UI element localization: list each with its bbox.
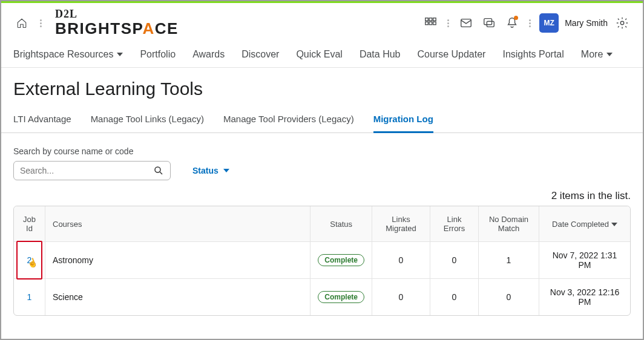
top-bar: D2L BRIGHTSPACE MZ Mary Smith <box>1 3 643 42</box>
avatar[interactable]: MZ <box>539 13 559 33</box>
col-links-migrated[interactable]: Links Migrated <box>372 206 430 242</box>
svg-rect-2 <box>433 18 436 21</box>
svg-rect-3 <box>426 22 429 25</box>
status-badge: Complete <box>318 291 364 303</box>
tabs: LTI Advantage Manage Tool Links (Legacy)… <box>1 104 643 133</box>
app-frame: D2L BRIGHTSPACE MZ Mary Smith <box>0 0 644 340</box>
svg-rect-6 <box>461 19 472 27</box>
nav-bar: Brightspace Resources Portfolio Awards D… <box>1 42 643 68</box>
nav-course-updater[interactable]: Course Updater <box>417 49 485 60</box>
svg-point-10 <box>155 167 160 172</box>
tab-manage-tool-providers[interactable]: Manage Tool Providers (Legacy) <box>223 111 354 132</box>
item-count: 2 items in the list. <box>1 186 643 206</box>
svg-point-9 <box>620 21 624 25</box>
chevron-down-icon <box>117 53 123 56</box>
search-input[interactable] <box>20 166 153 175</box>
no-domain-match-cell: 0 <box>479 279 539 315</box>
col-status[interactable]: Status <box>310 206 372 242</box>
gear-icon[interactable] <box>614 15 631 31</box>
date-completed-cell: Nov 7, 2022 1:31 PM <box>539 242 630 279</box>
svg-rect-8 <box>487 21 494 27</box>
search-icon[interactable] <box>153 165 164 176</box>
status-filter[interactable]: Status <box>192 166 229 175</box>
table-row: 2☝AstronomyComplete001Nov 7, 2022 1:31 P… <box>14 242 630 279</box>
col-link-errors[interactable]: Link Errors <box>430 206 479 242</box>
chevron-down-icon <box>606 53 613 56</box>
nav-portfolio[interactable]: Portfolio <box>140 49 176 60</box>
job-id-link[interactable]: 1 <box>27 292 32 302</box>
svg-rect-5 <box>433 22 436 25</box>
tab-manage-tool-links[interactable]: Manage Tool Links (Legacy) <box>91 111 204 132</box>
no-domain-match-cell: 1 <box>479 242 539 279</box>
col-no-domain-match[interactable]: No Domain Match <box>479 206 539 242</box>
brand-logo[interactable]: D2L BRIGHTSPACE <box>55 8 179 38</box>
mail-icon[interactable] <box>458 15 475 31</box>
nav-discover[interactable]: Discover <box>242 49 279 60</box>
nav-awards[interactable]: Awards <box>192 49 225 60</box>
top-icons: MZ Mary Smith <box>422 13 631 33</box>
divider-dots <box>445 19 452 27</box>
nav-quick-eval[interactable]: Quick Eval <box>296 49 342 60</box>
date-completed-cell: Nov 3, 2022 12:16 PM <box>539 279 630 315</box>
col-courses[interactable]: Courses <box>45 206 310 242</box>
col-date-completed[interactable]: Date Completed <box>539 206 630 242</box>
svg-rect-0 <box>426 18 429 21</box>
migration-table: Job Id Courses Status Links Migrated Lin… <box>13 206 631 316</box>
links-migrated-cell: 0 <box>372 242 430 279</box>
divider-dots <box>527 19 533 27</box>
svg-rect-4 <box>429 22 432 25</box>
search-box <box>13 161 171 180</box>
link-errors-cell: 0 <box>430 242 479 279</box>
search-label: Search by course name or code <box>13 146 631 156</box>
sort-desc-icon <box>611 223 617 226</box>
logo-d2l: D2L <box>55 8 179 21</box>
status-badge: Complete <box>318 254 364 266</box>
links-migrated-cell: 0 <box>372 279 430 315</box>
divider-dots <box>38 19 44 27</box>
nav-data-hub[interactable]: Data Hub <box>360 49 401 60</box>
course-cell: Astronomy <box>45 242 310 279</box>
status-cell: Complete <box>310 279 372 315</box>
nav-insights-portal[interactable]: Insights Portal <box>502 49 564 60</box>
user-name: Mary Smith <box>565 18 608 28</box>
nav-more[interactable]: More <box>581 49 613 60</box>
job-id-cell: 2☝ <box>14 242 45 279</box>
tab-migration-log[interactable]: Migration Log <box>373 111 433 133</box>
chevron-down-icon <box>223 169 229 172</box>
job-id-cell: 1 <box>14 279 45 315</box>
col-job-id[interactable]: Job Id <box>14 206 45 242</box>
link-errors-cell: 0 <box>430 279 479 315</box>
apps-icon[interactable] <box>422 15 439 31</box>
svg-rect-1 <box>429 18 432 21</box>
status-cell: Complete <box>310 242 372 279</box>
table-row: 1ScienceComplete000Nov 3, 2022 12:16 PM <box>14 279 630 315</box>
notifications-icon[interactable] <box>504 15 521 31</box>
messages-icon[interactable] <box>481 15 498 31</box>
logo-brightspace: BRIGHTSPACE <box>55 19 179 38</box>
search-area: Search by course name or code Status <box>1 133 643 186</box>
page-title: External Learning Tools <box>1 68 643 104</box>
course-cell: Science <box>45 279 310 315</box>
home-icon[interactable] <box>13 15 30 31</box>
nav-brightspace-resources[interactable]: Brightspace Resources <box>13 49 123 60</box>
tab-lti-advantage[interactable]: LTI Advantage <box>13 111 71 132</box>
